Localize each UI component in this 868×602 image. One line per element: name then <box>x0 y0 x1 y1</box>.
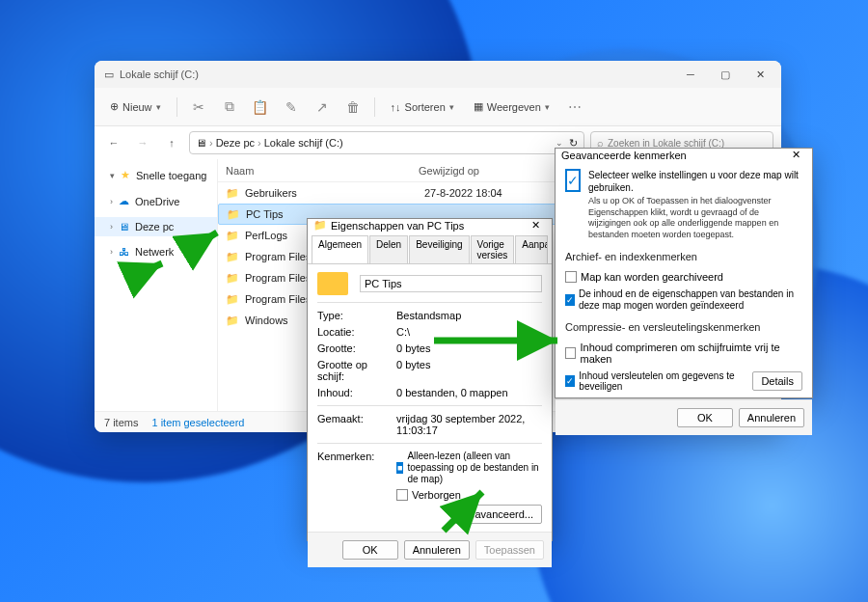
sidebar-this-pc[interactable]: ›🖥Deze pc <box>95 217 217 236</box>
window-title: Lokale schijf (C:) <box>120 68 199 80</box>
properties-dialog: 📁 Eigenschappen van PC Tips ✕ Algemeen D… <box>307 218 553 541</box>
rename-icon[interactable]: ✎ <box>278 99 305 115</box>
folder-icon: 📁 <box>313 219 327 232</box>
cancel-button[interactable]: Annuleren <box>739 408 804 427</box>
delete-icon[interactable]: 🗑 <box>339 99 366 115</box>
view-button[interactable]: ▦ Weergeven ▾ <box>466 96 557 117</box>
tab-previous[interactable]: Vorige versies <box>471 235 515 263</box>
archive-checkbox[interactable]: Map kan worden gearchiveerd <box>565 271 802 283</box>
close-button[interactable]: ✕ <box>525 219 546 232</box>
folder-icon: 📁 <box>226 315 239 327</box>
tab-security[interactable]: Beveiliging <box>409 235 469 263</box>
sort-button[interactable]: ↑↓ Sorteren ▾ <box>383 97 462 117</box>
copy-icon[interactable]: ⧉ <box>216 98 243 115</box>
sidebar-network[interactable]: ›🖧Netwerk <box>95 242 217 261</box>
folder-icon: 📁 <box>226 230 239 242</box>
close-button[interactable]: ✕ <box>785 149 806 161</box>
item-count: 7 items <box>104 417 138 428</box>
sidebar-quick-access[interactable]: ▾★Snelle toegang <box>95 165 217 185</box>
minimize-button[interactable]: ─ <box>673 61 708 88</box>
info-check-icon: ✓ <box>565 169 581 192</box>
readonly-checkbox[interactable]: ■Alleen-lezen (alleen van toepassing op … <box>396 451 542 485</box>
advanced-attributes-dialog: Geavanceerde kenmerken ✕ ✓ Selecteer wel… <box>555 148 813 398</box>
sidebar-onedrive[interactable]: ›☁OneDrive <box>95 191 217 211</box>
pc-icon: 🖥 <box>196 137 206 149</box>
folder-icon-large <box>317 272 348 295</box>
tab-general[interactable]: Algemeen <box>312 235 368 263</box>
nav-pane: ▾★Snelle toegang ›☁OneDrive ›🖥Deze pc ›🖧… <box>95 159 218 411</box>
dialog-title: Eigenschappen van PC Tips <box>331 220 525 232</box>
dialog-title: Geavanceerde kenmerken <box>561 150 785 161</box>
index-checkbox[interactable]: ✓De inhoud en de eigenschappen van besta… <box>565 288 802 312</box>
apply-button[interactable]: Toepassen <box>475 540 544 560</box>
command-bar: ⊕ Nieuw ▾ ✂ ⧉ 📋 ✎ ↗ 🗑 ↑↓ Sorteren ▾ ▦ We… <box>95 88 781 126</box>
folder-icon: 📁 <box>227 208 240 221</box>
folder-icon: 📁 <box>226 272 239 285</box>
cut-icon[interactable]: ✂ <box>185 99 212 115</box>
forward-button[interactable]: → <box>131 137 154 149</box>
dialog-titlebar[interactable]: Geavanceerde kenmerken ✕ <box>556 149 812 161</box>
archive-legend: Archief- en indexkenmerken <box>565 251 802 262</box>
cancel-button[interactable]: Annuleren <box>404 540 470 560</box>
folder-icon: 📁 <box>226 187 239 200</box>
details-button[interactable]: Details <box>752 371 802 391</box>
drive-icon: ▭ <box>104 68 114 81</box>
more-icon[interactable]: ⋯ <box>561 99 588 115</box>
breadcrumb[interactable]: 🖥 › Deze pc › Lokale schijf (C:) ⌄ ↻ <box>189 131 584 154</box>
compress-legend: Compressie- en versleutelingskenmerken <box>565 321 802 333</box>
close-button[interactable]: ✕ <box>743 61 777 88</box>
compress-checkbox[interactable]: Inhoud comprimeren om schijfruimte vrij … <box>565 342 802 365</box>
maximize-button[interactable]: ▢ <box>708 61 743 88</box>
dialog-titlebar[interactable]: 📁 Eigenschappen van PC Tips ✕ <box>308 219 552 232</box>
advanced-button[interactable]: Geavanceerd... <box>452 505 542 524</box>
tab-customize[interactable]: Aanpassen <box>515 235 548 263</box>
up-button[interactable]: ↑ <box>160 137 183 149</box>
back-button[interactable]: ← <box>102 137 125 149</box>
new-button[interactable]: ⊕ Nieuw ▾ <box>102 96 169 117</box>
selection-count: 1 item geselecteerd <box>151 417 244 428</box>
encrypt-checkbox[interactable]: ✓Inhoud versleutelen om gegevens te beve… <box>565 370 746 392</box>
folder-icon: 📁 <box>226 251 239 263</box>
tab-share[interactable]: Delen <box>369 235 408 263</box>
share-icon[interactable]: ↗ <box>309 99 336 115</box>
ok-button[interactable]: OK <box>677 408 733 427</box>
folder-name-input[interactable] <box>360 275 542 292</box>
folder-icon: 📁 <box>226 293 239 306</box>
tab-strip: Algemeen Delen Beveiliging Vorige versie… <box>308 232 552 264</box>
paste-icon[interactable]: 📋 <box>247 99 274 115</box>
ok-button[interactable]: OK <box>342 540 398 560</box>
hidden-checkbox[interactable]: Verborgen <box>396 489 542 501</box>
titlebar[interactable]: ▭Lokale schijf (C:) ─ ▢ ✕ <box>95 61 781 88</box>
